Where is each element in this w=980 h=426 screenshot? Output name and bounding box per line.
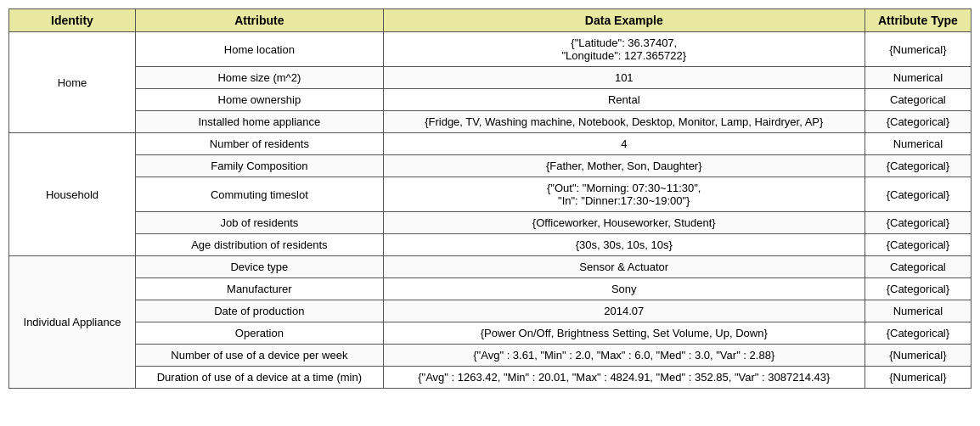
attribute-cell: Duration of use of a device at a time (m… [135,367,383,389]
attribute-type-cell: Numerical [865,300,971,322]
attribute-type-cell: Categorical [865,89,971,111]
data-example-cell: {"Out": "Morning: 07:30~11:30","In": "Di… [383,177,865,212]
table-row: Individual ApplianceDevice typeSensor & … [9,256,972,278]
attribute-type-cell: Categorical [865,256,971,278]
data-example-cell: {Fridge, TV, Washing machine, Notebook, … [383,111,865,133]
data-example-cell: {"Avg" : 3.61, "Min" : 2.0, "Max" : 6.0,… [383,345,865,367]
table-row: Installed home appliance{Fridge, TV, Was… [9,111,972,133]
attribute-cell: Installed home appliance [135,111,383,133]
data-example-cell: {Officeworker, Houseworker, Student} [383,212,865,234]
attribute-type-cell: {Categorical} [865,234,971,256]
attribute-cell: Manufacturer [135,278,383,300]
data-example-cell: 101 [383,67,865,89]
identity-cell: Household [9,133,136,256]
data-example-cell: {"Latitude": 36.37407,"Longitude": 127.3… [383,32,865,67]
data-table: Identity Attribute Data Example Attribut… [8,8,972,389]
header-data-example: Data Example [383,9,865,32]
attribute-type-cell: {Categorical} [865,322,971,345]
attribute-type-cell: {Categorical} [865,177,971,212]
table-row: Date of production2014.07Numerical [9,300,972,322]
attribute-type-cell: {Categorical} [865,212,971,234]
attribute-type-cell: Numerical [865,67,971,89]
table-row: Job of residents{Officeworker, Housework… [9,212,972,234]
data-example-cell: {Power On/Off, Brightness Setting, Set V… [383,322,865,345]
table-row: Operation{Power On/Off, Brightness Setti… [9,322,972,345]
attribute-cell: Date of production [135,300,383,322]
attribute-type-cell: {Categorical} [865,111,971,133]
table-row: Age distribution of residents{30s, 30s, … [9,234,972,256]
data-example-cell: Sensor & Actuator [383,256,865,278]
table-row: HouseholdNumber of residents4Numerical [9,133,972,155]
attribute-cell: Number of use of a device per week [135,345,383,367]
data-example-cell: {30s, 30s, 10s, 10s} [383,234,865,256]
table-row: Family Composition{Father, Mother, Son, … [9,155,972,177]
table-row: Home size (m^2)101Numerical [9,67,972,89]
attribute-type-cell: {Categorical} [865,278,971,300]
header-attribute-type: Attribute Type [865,9,971,32]
attribute-cell: Home ownership [135,89,383,111]
table-row: ManufacturerSony{Categorical} [9,278,972,300]
attribute-cell: Job of residents [135,212,383,234]
table-row: Duration of use of a device at a time (m… [9,367,972,389]
data-example-cell: Sony [383,278,865,300]
attribute-cell: Operation [135,322,383,345]
header-identity: Identity [9,9,136,32]
attribute-type-cell: Numerical [865,133,971,155]
attribute-cell: Device type [135,256,383,278]
table-row: HomeHome location{"Latitude": 36.37407,"… [9,32,972,67]
data-example-cell: 4 [383,133,865,155]
identity-cell: Individual Appliance [9,256,136,389]
attribute-cell: Home size (m^2) [135,67,383,89]
attribute-cell: Commuting timeslot [135,177,383,212]
data-example-cell: Rental [383,89,865,111]
attribute-type-cell: {Numerical} [865,345,971,367]
attribute-type-cell: {Numerical} [865,32,971,67]
attribute-type-cell: {Numerical} [865,367,971,389]
data-example-cell: 2014.07 [383,300,865,322]
attribute-cell: Number of residents [135,133,383,155]
attribute-cell: Family Composition [135,155,383,177]
attribute-cell: Home location [135,32,383,67]
data-example-cell: {"Avg" : 1263.42, "Min" : 20.01, "Max" :… [383,367,865,389]
data-example-cell: {Father, Mother, Son, Daughter} [383,155,865,177]
table-row: Commuting timeslot{"Out": "Morning: 07:3… [9,177,972,212]
table-row: Home ownershipRentalCategorical [9,89,972,111]
header-attribute: Attribute [135,9,383,32]
attribute-cell: Age distribution of residents [135,234,383,256]
identity-cell: Home [9,32,136,133]
table-row: Number of use of a device per week{"Avg"… [9,345,972,367]
attribute-type-cell: {Categorical} [865,155,971,177]
